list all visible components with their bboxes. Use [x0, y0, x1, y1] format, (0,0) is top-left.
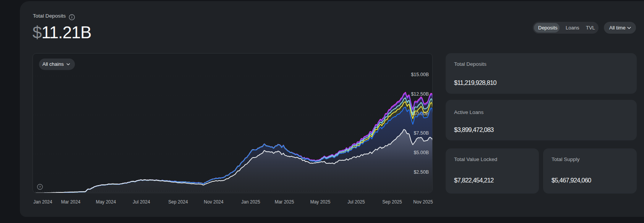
svg-text:$7.50B: $7.50B [414, 130, 429, 136]
svg-text:$15.00B: $15.00B [411, 72, 429, 77]
svg-text:?: ? [39, 185, 41, 189]
svg-text:$5.00B: $5.00B [414, 150, 429, 155]
svg-text:$12.50B: $12.50B [411, 91, 429, 97]
svg-text:$2.50B: $2.50B [414, 169, 429, 175]
